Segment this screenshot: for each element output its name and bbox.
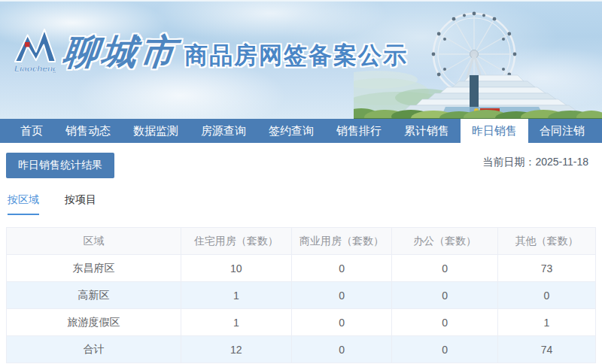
nav-item[interactable]: 数据监测 [122,119,190,143]
cell-region: 合计 [7,336,181,363]
header-banner: Liaocheng 聊城市 商品房网签备案公示 [0,0,602,119]
cell-other: 74 [498,336,596,363]
table-row: 高新区 1 0 0 0 [7,282,596,309]
cell-office: 0 [392,309,498,336]
nav-item[interactable]: 首页 [9,119,54,143]
cell-office: 0 [392,336,498,363]
nav-item[interactable]: 房源查询 [190,119,257,143]
table-row: 旅游度假区 1 0 0 1 [7,309,596,336]
nav-item[interactable]: 合同注销 [528,119,596,143]
nav-item[interactable]: 昨日销售 [461,119,528,143]
cell-office: 0 [392,255,498,282]
cell-commercial: 0 [291,282,391,309]
cell-region: 东昌府区 [7,255,181,282]
table-header-cell: 商业用房（套数） [291,228,391,255]
current-date: 当前日期：2025-11-18 [482,153,596,169]
cell-residential: 1 [181,309,291,336]
nav-item[interactable]: 销售动态 [54,119,122,143]
tab[interactable]: 按项目 [65,193,96,215]
sales-table-wrap: 区域 住宅用房（套数） 商业用房（套数） 办公（套数） 其他（套数） 东昌府区 [6,227,596,363]
table-header-cell: 住宅用房（套数） [181,228,291,255]
cell-other: 73 [498,255,596,282]
cell-other: 0 [498,282,596,309]
cell-commercial: 0 [291,309,391,336]
cell-residential: 1 [181,282,291,309]
table-header-cell: 办公（套数） [392,228,498,255]
yesterday-sales-result-button[interactable]: 昨日销售统计结果 [6,153,114,178]
ferris-wheel-hotel-photo [354,2,602,119]
cell-residential: 12 [181,336,291,363]
cell-other: 1 [498,309,596,336]
current-date-label: 当前日期： [482,156,535,168]
table-header-cell: 其他（套数） [498,228,596,255]
nav-item[interactable]: 销售排行 [325,119,393,143]
city-name: 聊城市 [61,29,181,76]
table-header-row: 区域 住宅用房（套数） 商业用房（套数） 办公（套数） 其他（套数） [7,228,596,255]
cell-region: 旅游度假区 [7,309,181,336]
view-tabs: 按区域 按项目 [6,193,596,215]
tab[interactable]: 按区域 [8,193,39,215]
nav-item[interactable]: 签约查询 [257,119,325,143]
liaocheng-logo-icon: Liaocheng [14,24,56,80]
current-date-value: 2025-11-18 [535,156,588,168]
main-content: 昨日销售统计结果 当前日期：2025-11-18 按区域 按项目 区域 住宅用房… [0,143,602,363]
cell-commercial: 0 [291,255,391,282]
sales-by-region-table: 区域 住宅用房（套数） 商业用房（套数） 办公（套数） 其他（套数） 东昌府区 [6,227,596,363]
cell-commercial: 0 [291,336,391,363]
header-brand: Liaocheng 聊城市 商品房网签备案公示 [14,24,408,80]
table-row: 合计 12 0 0 74 [7,336,596,363]
table-header-cell: 区域 [7,228,181,255]
cell-region: 高新区 [7,282,181,309]
cell-residential: 10 [181,255,291,282]
cell-office: 0 [392,282,498,309]
main-nav: 首页 销售动态 数据监测 房源查询 签约查询 销售排行 累计销售 昨日销售 合同… [0,119,602,143]
nav-item[interactable]: 累计销售 [393,119,461,143]
table-row: 东昌府区 10 0 0 73 [7,255,596,282]
svg-text:Liaocheng: Liaocheng [14,63,56,73]
